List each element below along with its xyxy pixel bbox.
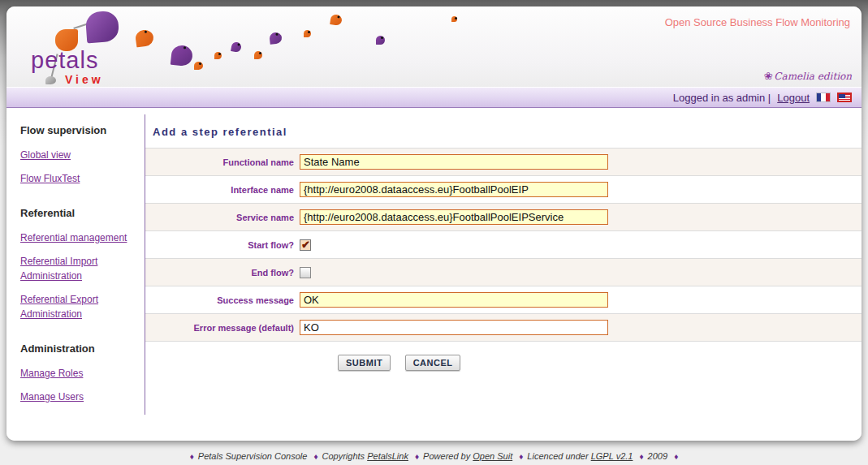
main-area: Flow supervision Global view Flow FluxTe… (6, 108, 862, 441)
petal-icon (376, 36, 385, 45)
service-name-input[interactable] (300, 209, 608, 225)
field-label: Start flow? (145, 240, 300, 250)
sidebar-item-global-view[interactable]: Global view (20, 148, 140, 162)
login-status: Logged in as admin | (673, 92, 771, 104)
footer-powered-text: Powered by (423, 451, 470, 461)
sidebar-item-referential-management[interactable]: Referential management (20, 230, 140, 245)
content: Add a step referential Functional name I… (145, 108, 862, 441)
page-title: Add a step referential (153, 126, 862, 138)
sidebar-item-referential-export[interactable]: Referential Export Administration (20, 292, 140, 321)
petal-icon (304, 30, 311, 37)
sidebar-heading-flow-supervision: Flow supervision (20, 124, 145, 136)
interface-name-input[interactable] (300, 182, 608, 197)
form-row: Interface name (145, 176, 862, 204)
petal-icon (269, 32, 282, 44)
lgpl-link[interactable]: LGPL v2.1 (591, 451, 633, 461)
logo-petal-purple-icon (85, 11, 120, 44)
sidebar-heading-referential: Referential (20, 207, 145, 219)
petal-icon (171, 45, 193, 67)
sidebar: Flow supervision Global view Flow FluxTe… (6, 108, 145, 441)
petal-icon (135, 29, 155, 48)
diamond-icon (670, 451, 682, 461)
sidebar-item-manage-users[interactable]: Manage Users (20, 390, 140, 404)
petal-icon (231, 41, 242, 53)
add-step-form: Functional name Interface name Service n… (145, 148, 862, 342)
cancel-button[interactable]: CANCEL (405, 355, 461, 371)
footer: Petals Supervision Console Copyrights Pe… (0, 441, 868, 461)
petal-icon (451, 16, 457, 22)
footer-year-text: 2009 (648, 451, 667, 461)
button-row: SUBMIT CANCEL (338, 355, 862, 371)
field-label: Service name (145, 213, 300, 222)
page-card: petals View Open Source Business Flow Mo… (6, 6, 862, 441)
edition-text: Camelia edition (774, 71, 852, 82)
form-row: Start flow? (145, 231, 862, 259)
diamond-icon (636, 451, 648, 461)
diamond-icon (309, 451, 322, 461)
field-label: End flow? (145, 268, 300, 278)
header-tagline: Open Source Business Flow Monitoring (665, 16, 850, 28)
diamond-icon (411, 451, 423, 461)
petal-icon (194, 62, 203, 70)
end-flow-checkbox[interactable] (300, 267, 311, 278)
form-row: Service name (145, 204, 862, 231)
field-label: Interface name (145, 185, 300, 195)
logo-text: petals (31, 47, 98, 74)
french-flag-icon[interactable] (816, 93, 831, 102)
diamond-icon (515, 451, 527, 461)
form-row: Functional name (145, 149, 862, 176)
error-message-input[interactable] (300, 320, 608, 335)
form-row: Success message (145, 286, 862, 314)
header: petals View Open Source Business Flow Mo… (6, 6, 862, 87)
sidebar-section-administration: Administration Manage Roles Manage Users (20, 342, 145, 404)
us-flag-icon[interactable] (837, 93, 852, 102)
petalslink-link[interactable]: PetalsLink (367, 451, 408, 461)
petal-icon (330, 14, 343, 26)
petal-icon (254, 51, 262, 59)
footer-copyrights-text: Copyrights (322, 451, 365, 461)
login-bar: Logged in as admin | Logout (6, 87, 862, 108)
logo-gray-petal-icon (45, 76, 56, 84)
field-label: Error message (default) (145, 323, 300, 333)
logout-link[interactable]: Logout (777, 92, 810, 104)
camelia-flower-icon: ❀ (763, 70, 772, 82)
footer-console-text: Petals Supervision Console (198, 451, 308, 461)
sidebar-item-referential-import[interactable]: Referential Import Administration (20, 254, 140, 283)
submit-button[interactable]: SUBMIT (338, 355, 391, 371)
success-message-input[interactable] (300, 292, 608, 308)
sidebar-item-flow-fluxtest[interactable]: Flow FluxTest (20, 171, 140, 186)
field-label: Success message (145, 295, 300, 305)
functional-name-input[interactable] (300, 154, 608, 170)
sidebar-item-manage-roles[interactable]: Manage Roles (20, 366, 140, 381)
petal-icon (214, 52, 222, 59)
edition-label: ❀Camelia edition (763, 70, 852, 82)
opensuit-link[interactable]: Open Suit (473, 451, 512, 461)
sidebar-heading-administration: Administration (20, 342, 145, 355)
start-flow-checkbox[interactable] (300, 239, 311, 251)
logo-subtext: View (65, 73, 104, 86)
sidebar-section-referential: Referential Referential management Refer… (20, 207, 145, 321)
footer-licenced-text: Licenced under (527, 451, 588, 461)
petals-logo: petals View (24, 8, 138, 87)
field-label: Functional name (145, 157, 300, 167)
diamond-icon (186, 451, 198, 461)
form-row: Error message (default) (145, 314, 862, 342)
sidebar-section-flow-supervision: Flow supervision Global view Flow FluxTe… (20, 124, 145, 186)
form-row: End flow? (145, 259, 862, 286)
